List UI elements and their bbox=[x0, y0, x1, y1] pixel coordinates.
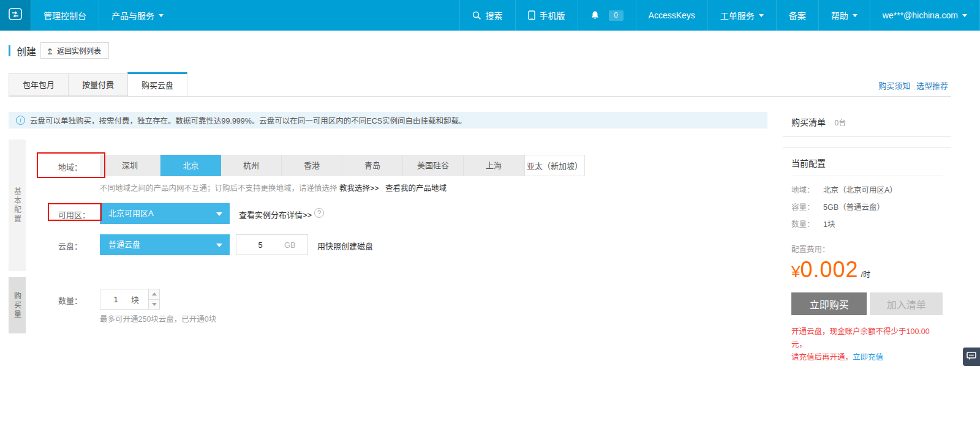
title-accent-bar bbox=[9, 45, 10, 56]
teach-me-choose-link[interactable]: 教我选择>> bbox=[339, 184, 379, 193]
zone-selected-value: 北京可用区A bbox=[108, 209, 154, 218]
nav-mobile[interactable]: 手机版 bbox=[515, 0, 578, 31]
quantity-note: 最多可开通250块云盘，已开通0块 bbox=[100, 313, 216, 324]
tab-label: 包年包月 bbox=[23, 80, 55, 89]
cart-header: 购买清单 0台 bbox=[783, 112, 951, 137]
feedback-chat-tab[interactable] bbox=[963, 348, 980, 366]
region-option-singapore[interactable]: 亚太（新加坡） bbox=[524, 155, 585, 176]
cloud-logo-icon bbox=[7, 6, 23, 24]
nav-search[interactable]: 搜索 bbox=[459, 0, 515, 31]
view-my-regions-link[interactable]: 查看我的产品地域 bbox=[385, 184, 447, 193]
disk-size-unit: GB bbox=[284, 240, 307, 250]
cart-title: 购买清单 bbox=[791, 117, 826, 127]
warning-line2: 请充值后再开通， bbox=[791, 353, 853, 362]
zone-label: 可用区： bbox=[58, 209, 90, 220]
info-icon: i bbox=[16, 116, 25, 125]
back-to-instances-button[interactable]: 返回实例列表 bbox=[40, 42, 109, 59]
nav-search-label: 搜索 bbox=[486, 9, 503, 21]
region-option-qingdao[interactable]: 青岛 bbox=[342, 155, 403, 176]
upload-arrow-icon bbox=[47, 47, 53, 54]
disk-type-select[interactable]: 普通云盘 bbox=[100, 234, 230, 255]
config-row-label: 地域： bbox=[791, 184, 823, 195]
chevron-down-icon bbox=[962, 14, 967, 17]
config-row-label: 容量： bbox=[791, 201, 823, 212]
config-row-quantity: 数量： 1块 bbox=[791, 218, 943, 229]
nav-notifications[interactable]: 0 bbox=[578, 0, 636, 31]
back-button-label: 返回实例列表 bbox=[57, 45, 101, 56]
add-to-cart-button[interactable]: 加入清单 bbox=[870, 292, 943, 315]
region-option-hongkong[interactable]: 香港 bbox=[282, 155, 342, 176]
nav-ticket-menu[interactable]: 工单服务 bbox=[707, 0, 776, 31]
page-title: 创建 bbox=[17, 43, 36, 58]
region-option-beijing[interactable]: 北京 bbox=[160, 155, 221, 176]
nav-beian-label: 备案 bbox=[789, 9, 806, 21]
action-buttons: 立即购买 加入清单 bbox=[791, 292, 943, 315]
quantity-input[interactable]: 1 块 bbox=[100, 289, 149, 310]
info-banner-text: 云盘可以单独购买，按需付费，独立存在。数据可靠性达99.999%。云盘可以在同一… bbox=[30, 114, 467, 126]
instance-distribution-link[interactable]: 查看实例分布详情>> bbox=[239, 209, 312, 220]
nav-help-label: 帮助 bbox=[831, 9, 848, 21]
search-icon bbox=[472, 11, 481, 20]
help-question-icon[interactable]: ? bbox=[314, 208, 324, 218]
section-strip-basic-config: 基本配置 bbox=[9, 139, 26, 271]
section-label-purchase-quantity: 购买量 bbox=[9, 277, 26, 333]
warning-line1: 开通云盘，现金账户余额不得少于100.00元， bbox=[791, 327, 930, 349]
info-banner: i 云盘可以单独购买，按需付费，独立存在。数据可靠性达99.999%。云盘可以在… bbox=[9, 112, 767, 128]
current-config-box: 当前配置 地域： 北京（北京可用区A） 容量： 5GB（普通云盘） 数量： 1块… bbox=[783, 147, 951, 373]
disk-size-input[interactable]: 5 GB bbox=[236, 234, 308, 255]
top-nav: 管理控制台 产品与服务 搜索 手机版 0 bbox=[0, 0, 980, 31]
region-note: 不同地域之间的产品内网不互通；订购后不支持更换地域，请谨慎选择 教我选择>> 查… bbox=[100, 182, 447, 193]
page-title-wrap: 创建 bbox=[9, 43, 36, 58]
nav-products-menu[interactable]: 产品与服务 bbox=[99, 0, 176, 31]
stepper-down-button[interactable] bbox=[149, 299, 159, 310]
brand-logo[interactable] bbox=[0, 0, 31, 31]
create-from-snapshot-link[interactable]: 用快照创建磁盘 bbox=[317, 240, 373, 251]
region-option-hangzhou[interactable]: 杭州 bbox=[221, 155, 282, 176]
quantity-stepper bbox=[149, 289, 160, 310]
tab-subscription[interactable]: 包年包月 bbox=[9, 73, 68, 96]
config-row-region: 地域： 北京（北京可用区A） bbox=[791, 184, 943, 195]
tab-pay-as-you-go[interactable]: 按量付费 bbox=[68, 73, 127, 96]
disk-size-value: 5 bbox=[236, 240, 284, 250]
recharge-link[interactable]: 立即充值 bbox=[853, 353, 883, 362]
order-summary-panel: 购买清单 0台 当前配置 地域： 北京（北京可用区A） 容量： 5GB（普通云盘… bbox=[783, 112, 951, 373]
arrow-up-icon bbox=[152, 292, 157, 296]
stepper-up-button[interactable] bbox=[149, 289, 159, 299]
current-config-title: 当前配置 bbox=[791, 157, 943, 176]
quantity-value: 1 bbox=[100, 295, 131, 304]
zone-select[interactable]: 北京可用区A bbox=[100, 203, 230, 224]
chevron-down-icon bbox=[853, 14, 858, 17]
balance-warning: 开通云盘，现金账户余额不得少于100.00元， 请充值后再开通，立即充值 bbox=[791, 325, 943, 364]
nav-help-menu[interactable]: 帮助 bbox=[818, 0, 870, 31]
section-strip-purchase-quantity: 购买量 bbox=[9, 277, 26, 333]
nav-products-label: 产品与服务 bbox=[111, 9, 154, 21]
cart-count: 0台 bbox=[834, 119, 846, 127]
nav-console[interactable]: 管理控制台 bbox=[31, 0, 99, 31]
region-option-shanghai[interactable]: 上海 bbox=[464, 155, 524, 176]
chat-bubble-icon bbox=[967, 351, 976, 363]
config-rows: 地域： 北京（北京可用区A） 容量： 5GB（普通云盘） 数量： 1块 bbox=[791, 184, 943, 229]
section-label-basic-config: 基本配置 bbox=[9, 139, 26, 271]
config-row-label: 数量： bbox=[791, 218, 823, 229]
model-recommend-link[interactable]: 选型推荐 bbox=[916, 81, 948, 91]
nav-ticket-label: 工单服务 bbox=[720, 9, 755, 21]
tab-label: 购买云盘 bbox=[141, 81, 173, 90]
quantity-label: 数量： bbox=[58, 294, 82, 306]
nav-accesskeys[interactable]: AccessKeys bbox=[636, 0, 707, 31]
nav-beian[interactable]: 备案 bbox=[776, 0, 818, 31]
region-option-us-west[interactable]: 美国硅谷 bbox=[403, 155, 464, 176]
price-value: 0.002 bbox=[800, 257, 858, 283]
region-label: 地域： bbox=[58, 161, 82, 173]
disk-type-selected-value: 普通云盘 bbox=[108, 240, 140, 249]
region-option-shenzhen[interactable]: 深圳 bbox=[100, 155, 160, 176]
region-button-group: 深圳 北京 杭州 香港 青岛 美国硅谷 上海 亚太（新加坡） bbox=[100, 155, 585, 176]
buy-now-button[interactable]: 立即购买 bbox=[791, 292, 867, 315]
config-row-value: 北京（北京可用区A） bbox=[823, 184, 897, 195]
nav-user-menu[interactable]: we***@hichina.com bbox=[870, 0, 980, 31]
tab-buy-cloud-disk[interactable]: 购买云盘 bbox=[127, 72, 187, 97]
quantity-unit: 块 bbox=[131, 294, 148, 305]
purchase-notice-link[interactable]: 购买须知 bbox=[878, 81, 910, 91]
tab-label: 按量付费 bbox=[82, 80, 114, 89]
bell-icon bbox=[590, 10, 600, 20]
nav-console-label: 管理控制台 bbox=[43, 9, 86, 21]
